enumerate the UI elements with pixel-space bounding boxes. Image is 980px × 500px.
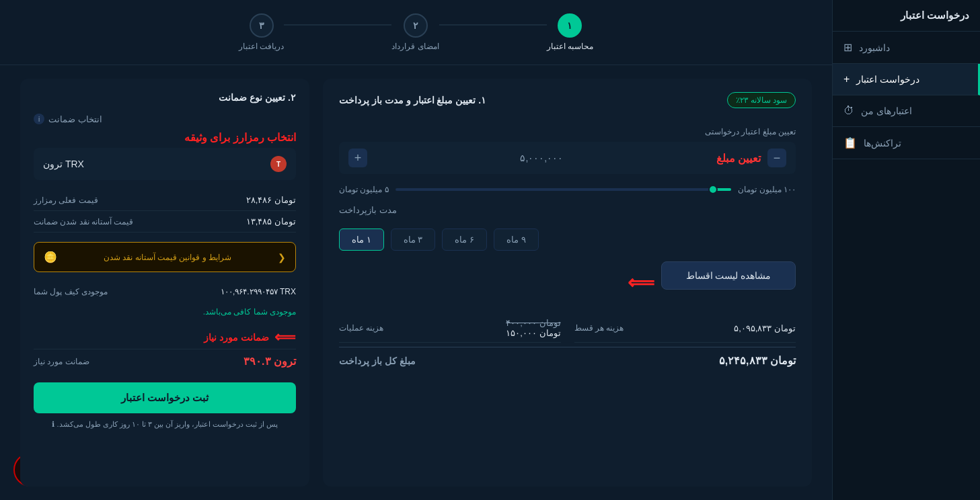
required-label: ضمانت مورد نیاز	[34, 357, 89, 366]
warning-chevron-icon: ❮	[278, 252, 286, 263]
duration-9m[interactable]: ۹ ماه	[494, 228, 539, 251]
steps-header: ۱ محاسبه اعتبار ۲ امضای قرارداد ۳ دریافت…	[0, 0, 832, 65]
sidebar-item-label: تراکنش‌ها	[864, 138, 901, 149]
threshold-row: ۱۳,۴۸۵ تومان قیمت آستانه نقد شدن ضمانت	[34, 211, 296, 233]
step-line-2	[284, 24, 391, 26]
footer-note: پس از ثبت درخواست اعتبار، واریز آن بین ۳…	[34, 420, 296, 429]
price-label: قیمت فعلی رمزارز	[34, 196, 98, 205]
step-line-1	[439, 24, 547, 26]
price-value: ۲۸,۴۸۶ تومان	[246, 195, 296, 205]
info-icon[interactable]: i	[34, 114, 44, 124]
range-track[interactable]	[395, 188, 732, 191]
amount-input-row: − تعیین مبلغ +	[339, 142, 796, 174]
warning-coin-icon: 🪙	[44, 251, 57, 263]
range-slider-row: ۱۰۰ میلیون تومان ۵ میلیون تومان	[339, 185, 796, 194]
clipboard-icon: 📋	[843, 136, 857, 149]
installment-cost-label: هزینه هر قسط	[574, 323, 624, 333]
sidebar-item-label: اعتبارهای من	[861, 106, 912, 116]
plus-icon: +	[843, 73, 850, 85]
collateral-annotation: انتخاب رمزارز برای وثیقه	[184, 132, 296, 143]
required-value: ترون ۳۹۰.۳	[243, 355, 296, 368]
wallet-row: ۱۰۰,۹۶۴.۲۹۹۰۴۵۷ TRX موجودی کیف پول شما	[34, 282, 296, 302]
sidebar: درخواست اعتبار داشبورد ⊞ درخواست اعتبار …	[832, 0, 980, 500]
sidebar-item-transactions[interactable]: تراکنش‌ها 📋	[833, 127, 980, 159]
collateral-name: TRX ترون	[43, 159, 84, 169]
step-1: ۱ محاسبه اعتبار	[547, 13, 593, 51]
duration-label: مدت بازپرداخت	[339, 205, 397, 215]
sidebar-item-my-credits[interactable]: اعتبارهای من ⏱	[833, 95, 980, 127]
amount-annotation-label: تعیین مبلغ	[716, 152, 761, 165]
amount-minus-btn[interactable]: −	[767, 149, 786, 167]
interest-badge: سود سالانه ۲۳٪	[727, 92, 796, 108]
right-panel-title: ۱. تعیین مبلغ اعتبار و مدت باز پرداخت	[339, 95, 486, 106]
amount-plus-btn[interactable]: +	[348, 149, 367, 167]
required-annotation: ضمانت مورد نیاز	[204, 332, 269, 343]
sidebar-title: درخواست اعتبار	[833, 0, 980, 32]
range-dot	[708, 185, 718, 194]
threshold-value: ۱۳,۴۸۵ تومان	[246, 216, 296, 226]
sidebar-item-label: داشبورد	[859, 42, 890, 53]
summary-grid: ۵,۰۹۵,۸۳۳ تومان هزینه هر قسط ۴۰۰,۰۰۰ توم…	[339, 314, 796, 374]
main-content: ۱ محاسبه اعتبار ۲ امضای قرارداد ۳ دریافت…	[0, 0, 832, 500]
operation-cost-label: هزینه عملیات	[339, 323, 383, 333]
step-2-label: امضای قرارداد	[391, 42, 439, 51]
total-row: تومان ۵,۲۴۵,۸۳۳ مبلغ کل باز پرداخت	[339, 347, 796, 374]
wallet-value: ۱۰۰,۹۶۴.۲۹۹۰۴۵۷ TRX	[221, 287, 296, 296]
warning-text: شرایط و قوانین قیمت آستانه نقد شدن	[104, 253, 231, 262]
right-panel: سود سالانه ۲۳٪ ۱. تعیین مبلغ اعتبار و مد…	[323, 79, 812, 487]
trx-icon: T	[270, 156, 287, 172]
step-2-circle: ۲	[404, 13, 428, 38]
sidebar-item-dashboard[interactable]: داشبورد ⊞	[833, 32, 980, 64]
amount-input[interactable]	[374, 153, 710, 163]
threshold-label: قیمت آستانه نقد شدن ضمانت	[34, 217, 133, 226]
sidebar-item-credit-request[interactable]: درخواست اعتبار +	[833, 64, 980, 95]
duration-6m[interactable]: ۶ ماه	[442, 228, 487, 251]
collateral-item[interactable]: T TRX ترون	[34, 148, 296, 180]
price-row: ۲۸,۴۸۶ تومان قیمت فعلی رمزارز	[34, 190, 296, 211]
installment-arrow-icon: ⟸	[628, 272, 654, 294]
total-label: مبلغ کل باز پرداخت	[339, 356, 416, 366]
total-value: تومان ۵,۲۴۵,۸۳۳	[719, 354, 796, 367]
range-max-label: ۱۰۰ میلیون تومان	[738, 185, 796, 194]
operation-cost-old: ۴۰۰,۰۰۰ تومان	[506, 318, 560, 328]
required-row: ترون ۳۹۰.۳ ضمانت مورد نیاز	[34, 349, 296, 373]
info-small-icon: ℹ	[52, 420, 54, 429]
amount-label: تعیین مبلغ اعتبار درخواستی	[339, 127, 796, 136]
installment-cost-value: ۵,۰۹۵,۸۳۳ تومان	[734, 323, 796, 333]
installment-cost-row: ۵,۰۹۵,۸۳۳ تومان هزینه هر قسط	[574, 314, 796, 343]
wallet-label: موجودی کیف پول شما	[34, 287, 108, 296]
duration-1m[interactable]: ۱ ماه	[339, 228, 384, 251]
step-1-label: محاسبه اعتبار	[547, 42, 593, 51]
installment-arrow-row: مشاهده لیست اقساط ⟸	[339, 261, 796, 303]
sidebar-item-label: درخواست اعتبار	[856, 74, 919, 85]
operation-cost-new: ۱۵۰,۰۰۰ تومان	[506, 328, 560, 338]
operation-cost-row: ۴۰۰,۰۰۰ تومان ۱۵۰,۰۰۰ تومان هزینه عملیات	[339, 314, 561, 343]
collateral-label: انتخاب ضمانت i	[34, 114, 296, 124]
duration-3m[interactable]: ۳ ماه	[391, 228, 436, 251]
required-arrow-icon: ⟸	[274, 329, 296, 346]
step-3-label: دریافت اعتبار	[239, 42, 284, 51]
content-area: سود سالانه ۲۳٪ ۱. تعیین مبلغ اعتبار و مد…	[0, 65, 832, 500]
range-min-label: ۵ میلیون تومان	[339, 185, 389, 194]
wallet-status-row: موجودی شما کافی می‌باشد.	[34, 302, 296, 322]
wallet-status: موجودی شما کافی می‌باشد.	[203, 307, 296, 317]
installment-btn[interactable]: مشاهده لیست اقساط	[661, 261, 796, 290]
submit-btn[interactable]: ثبت درخواست اعتبار	[34, 382, 296, 413]
duration-row: ۹ ماه ۶ ماه ۳ ماه ۱ ماه	[339, 228, 796, 251]
grid-icon: ⊞	[843, 41, 852, 54]
left-panel-title: ۲. تعیین نوع ضمانت	[34, 92, 296, 103]
step-2: ۲ امضای قرارداد	[391, 13, 439, 51]
duration-section: مدت بازپرداخت ۹ ماه ۶ ماه ۳ ماه ۱ ماه	[339, 205, 796, 251]
left-panel: ۲. تعیین نوع ضمانت انتخاب ضمانت i انتخاب…	[20, 79, 309, 487]
step-3: ۳ دریافت اعتبار	[239, 13, 284, 51]
step-3-circle: ۳	[250, 13, 274, 38]
timer-icon: ⏱	[843, 105, 854, 117]
step-1-circle: ۱	[558, 13, 582, 38]
warning-box[interactable]: ❮ شرایط و قوانین قیمت آستانه نقد شدن 🪙	[34, 242, 296, 272]
